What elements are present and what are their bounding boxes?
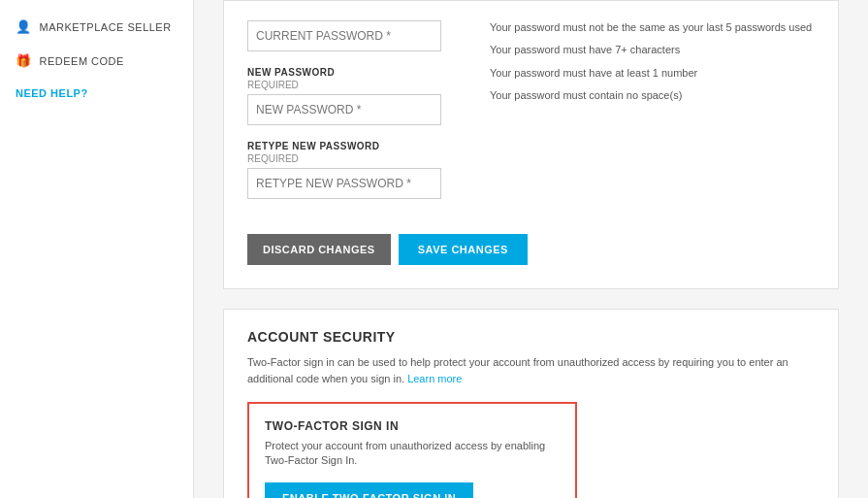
current-password-group <box>247 20 461 51</box>
sidebar: 👤 Marketplace Seller 🎁 Redeem Code Need … <box>0 0 194 498</box>
learn-more-link[interactable]: Learn more <box>407 373 462 384</box>
discard-changes-button[interactable]: DISCARD CHANGES <box>247 234 391 265</box>
gift-icon: 🎁 <box>16 53 32 68</box>
rule-3: Your password must have at least 1 numbe… <box>490 66 815 81</box>
sidebar-item-label: Marketplace Seller <box>40 21 172 33</box>
new-password-required: REQUIRED <box>247 80 461 90</box>
password-rules: Your password must not be the same as yo… <box>461 20 815 215</box>
password-button-row: DISCARD CHANGES SAVE CHANGES <box>247 234 815 265</box>
retype-password-required: REQUIRED <box>247 153 461 164</box>
new-password-group: NEW PASSWORD REQUIRED <box>247 67 461 125</box>
main-content: NEW PASSWORD REQUIRED RETYPE NEW PASSWOR… <box>194 0 868 498</box>
rule-2: Your password must have 7+ characters <box>490 43 815 57</box>
password-section: NEW PASSWORD REQUIRED RETYPE NEW PASSWOR… <box>223 0 839 289</box>
retype-password-label: RETYPE NEW PASSWORD <box>247 141 461 151</box>
rule-1: Your password must not be the same as yo… <box>490 20 815 35</box>
account-security-section: ACCOUNT SECURITY Two-Factor sign in can … <box>223 309 839 498</box>
enable-two-factor-button[interactable]: ENABLE TWO-FACTOR SIGN IN <box>265 482 473 498</box>
user-icon: 👤 <box>16 19 32 34</box>
two-factor-box: TWO-FACTOR SIGN IN Protect your account … <box>247 402 577 498</box>
sidebar-item-redeem-code[interactable]: 🎁 Redeem Code <box>0 44 193 78</box>
rule-4: Your password must contain no space(s) <box>490 88 815 103</box>
sidebar-item-marketplace-seller[interactable]: 👤 Marketplace Seller <box>0 10 193 44</box>
password-form: NEW PASSWORD REQUIRED RETYPE NEW PASSWOR… <box>247 20 461 215</box>
retype-password-group: RETYPE NEW PASSWORD REQUIRED <box>247 141 461 199</box>
save-changes-button[interactable]: SAVE CHANGES <box>399 234 528 265</box>
retype-password-input[interactable] <box>247 168 441 199</box>
two-factor-desc: Protect your account from unauthorized a… <box>265 439 560 469</box>
current-password-input[interactable] <box>247 20 441 51</box>
sidebar-item-label: Redeem Code <box>40 55 124 67</box>
account-security-desc: Two-Factor sign in can be used to help p… <box>247 354 815 386</box>
two-factor-title: TWO-FACTOR SIGN IN <box>265 419 560 433</box>
new-password-label: NEW PASSWORD <box>247 67 461 78</box>
account-security-title: ACCOUNT SECURITY <box>247 329 815 345</box>
new-password-input[interactable] <box>247 94 441 125</box>
need-help-link[interactable]: Need Help? <box>0 78 193 109</box>
